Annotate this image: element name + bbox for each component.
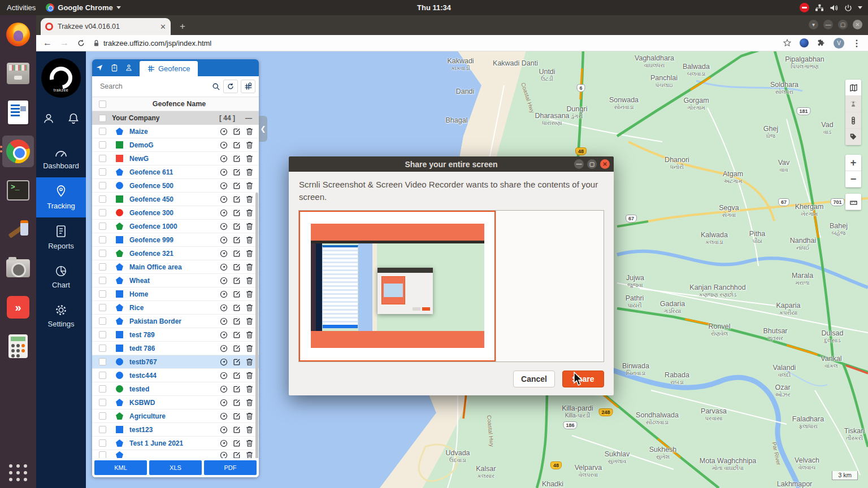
delete-icon[interactable] — [246, 195, 253, 203]
locate-icon[interactable] — [220, 290, 228, 298]
row-checkbox[interactable] — [99, 304, 106, 311]
dock-anydesk[interactable]: » — [2, 291, 34, 323]
geofence-row[interactable]: Geofence 999 — [92, 233, 259, 247]
locate-icon[interactable] — [220, 250, 228, 258]
geofence-row[interactable]: test123 — [92, 423, 259, 437]
search-icon[interactable] — [212, 82, 220, 91]
locate-icon[interactable] — [220, 304, 228, 312]
locate-icon[interactable] — [220, 358, 228, 366]
user-icon[interactable] — [42, 112, 55, 125]
dialog-title-bar[interactable]: Share your entire screen — ▢ ✕ — [289, 156, 614, 172]
dock-calculator[interactable] — [2, 330, 34, 362]
row-checkbox[interactable] — [99, 451, 106, 458]
edit-icon[interactable] — [233, 451, 241, 459]
locate-icon[interactable] — [220, 426, 228, 434]
browser-tab[interactable]: Trakzee v04.016.01 ✕ — [41, 18, 171, 35]
pdf-button[interactable]: PDF — [204, 460, 257, 475]
geofence-row[interactable] — [92, 450, 259, 458]
row-checkbox[interactable] — [99, 358, 106, 365]
geofence-row[interactable]: Geofence 321 — [92, 247, 259, 260]
labels-button[interactable] — [845, 129, 861, 145]
locate-icon[interactable] — [220, 168, 228, 176]
clock[interactable]: Thu 11:34 — [417, 3, 451, 12]
geofence-row[interactable]: Geofence 450 — [92, 193, 259, 206]
delete-icon[interactable] — [246, 358, 253, 366]
row-checkbox[interactable] — [99, 426, 106, 433]
geofence-row[interactable]: NewG — [92, 152, 259, 165]
locate-icon[interactable] — [220, 345, 228, 352]
geofence-row[interactable]: Geofence 611 — [92, 165, 259, 179]
street-view-button[interactable] — [845, 96, 861, 112]
chevron-down-icon[interactable] — [858, 6, 862, 9]
dialog-minimize-button[interactable]: — — [574, 159, 584, 169]
edit-icon[interactable] — [233, 290, 241, 298]
edit-icon[interactable] — [233, 195, 241, 203]
locate-icon[interactable] — [220, 263, 228, 271]
edit-icon[interactable] — [233, 358, 241, 366]
locate-icon[interactable] — [220, 439, 228, 447]
person-pin-tab-icon[interactable] — [121, 59, 136, 76]
cancel-button[interactable]: Cancel — [513, 371, 555, 387]
address-bar[interactable]: trakzee.uffizio.com/jsp/index.html — [93, 39, 211, 47]
edit-icon[interactable] — [233, 263, 241, 271]
locate-icon[interactable] — [220, 399, 228, 407]
delete-icon[interactable] — [246, 345, 253, 352]
delete-icon[interactable] — [246, 372, 253, 380]
geofence-row[interactable]: Wheat — [92, 274, 259, 287]
map-type-button[interactable] — [845, 80, 861, 96]
kml-button[interactable]: KML — [94, 460, 147, 475]
row-checkbox[interactable] — [99, 168, 106, 176]
delete-icon[interactable] — [246, 209, 253, 217]
delete-icon[interactable] — [246, 399, 253, 407]
locate-icon[interactable] — [220, 209, 228, 217]
tab-geofence[interactable]: Geofence — [140, 61, 198, 76]
row-checkbox[interactable] — [99, 263, 106, 271]
locate-icon[interactable] — [220, 141, 228, 149]
row-checkbox[interactable] — [99, 236, 106, 243]
geofence-row[interactable]: KSBWD — [92, 396, 259, 409]
close-button[interactable]: ✕ — [853, 20, 862, 29]
geofence-row[interactable]: Home — [92, 287, 259, 301]
row-checkbox[interactable] — [99, 250, 106, 257]
edit-icon[interactable] — [233, 128, 241, 136]
locate-icon[interactable] — [220, 385, 228, 393]
geofence-row[interactable]: tedt 786 — [92, 342, 259, 355]
edit-icon[interactable] — [233, 385, 241, 393]
locate-icon[interactable] — [220, 236, 228, 244]
delete-icon[interactable] — [246, 263, 253, 271]
edit-icon[interactable] — [233, 209, 241, 217]
dock-terminal[interactable]: >_ — [2, 175, 34, 206]
locate-icon[interactable] — [220, 372, 228, 380]
row-checkbox[interactable] — [99, 141, 106, 149]
sidebar-item-tracking[interactable]: Tracking — [36, 177, 86, 217]
edit-icon[interactable] — [233, 155, 241, 163]
bell-icon[interactable] — [67, 112, 80, 125]
dock-libreoffice-writer[interactable] — [2, 97, 34, 128]
delete-icon[interactable] — [246, 155, 253, 163]
collapse-group-icon[interactable]: — — [245, 114, 252, 122]
dialog-maximize-button[interactable]: ▢ — [587, 159, 597, 169]
select-all-checkbox[interactable] — [99, 101, 106, 108]
profile-avatar[interactable]: V — [834, 38, 844, 49]
geofence-row[interactable]: Test 1 June 2021 — [92, 437, 259, 450]
edit-icon[interactable] — [233, 399, 241, 407]
geofence-row[interactable]: Main Office area — [92, 260, 259, 274]
edit-icon[interactable] — [233, 182, 241, 190]
activities-button[interactable]: Activities — [7, 3, 36, 12]
row-checkbox[interactable] — [99, 195, 106, 203]
geofence-row[interactable]: Geofence 500 — [92, 179, 259, 193]
row-checkbox[interactable] — [99, 412, 106, 420]
send-tab-icon[interactable] — [92, 59, 107, 76]
edit-icon[interactable] — [233, 439, 241, 447]
forward-button[interactable]: → — [60, 38, 69, 48]
locate-icon[interactable] — [220, 223, 228, 230]
delete-icon[interactable] — [246, 426, 253, 434]
delete-icon[interactable] — [246, 451, 253, 459]
delete-icon[interactable] — [246, 236, 253, 244]
app-menu[interactable]: Google Chrome — [46, 3, 121, 12]
locate-icon[interactable] — [220, 317, 228, 325]
delete-icon[interactable] — [246, 439, 253, 447]
sidebar-item-dashboard[interactable]: Dashboard — [36, 140, 86, 177]
delete-icon[interactable] — [246, 331, 253, 339]
row-checkbox[interactable] — [99, 372, 106, 379]
